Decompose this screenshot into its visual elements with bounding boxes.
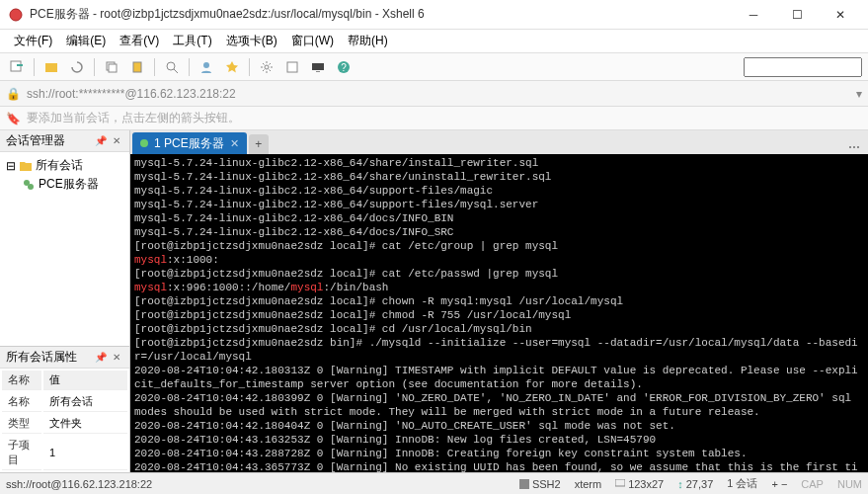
maximize-button[interactable]: ☐	[777, 3, 817, 27]
table-row: 名称值	[2, 370, 127, 390]
cursor-icon: ↕	[677, 478, 683, 490]
bookmark-icon[interactable]: 🔖	[6, 112, 21, 125]
plus-icon[interactable]: +	[771, 478, 777, 490]
collapse-icon[interactable]: ⊟	[6, 159, 16, 173]
minus-icon[interactable]: −	[781, 478, 787, 490]
svg-point-17	[28, 184, 34, 190]
close-button[interactable]: ✕	[821, 3, 860, 27]
separator	[154, 58, 155, 76]
lock-icon: 🔒	[6, 87, 21, 101]
status-ssh: SSH2	[532, 478, 561, 490]
tree-session-item[interactable]: PCE服务器	[4, 175, 125, 194]
size-icon	[615, 479, 625, 489]
menu-item[interactable]: 窗口(W)	[285, 31, 340, 51]
terminal-line: 2020-08-24T10:04:42.180399Z 0 [Warning] …	[134, 391, 864, 419]
app-icon	[8, 7, 24, 23]
properties-header: 所有会话属性 📌 ✕	[0, 347, 129, 369]
terminal-line: mysql:x:1000:	[134, 253, 864, 267]
ssh-icon	[519, 479, 529, 489]
menu-item[interactable]: 选项卡(B)	[220, 31, 283, 51]
status-dot-icon	[140, 139, 148, 147]
address-text[interactable]: ssh://root:**********@116.62.123.218:22	[27, 87, 850, 101]
new-session-icon[interactable]	[6, 56, 28, 78]
terminal-line: 2020-08-24T10:04:43.288728Z 0 [Warning] …	[134, 447, 864, 460]
pin-icon[interactable]: 📌	[94, 134, 108, 148]
prop-key: 子项目	[2, 436, 41, 470]
status-sessions: 1 会话	[727, 476, 757, 491]
terminal-line: [root@izbp1jctzsdjxmu0nae2sdz local]# ca…	[134, 267, 864, 281]
close-panel-icon[interactable]: ✕	[110, 351, 123, 365]
help-icon[interactable]: ?	[333, 56, 355, 78]
menu-item[interactable]: 编辑(E)	[60, 31, 112, 51]
tab-bar: 1 PCE服务器 ✕ + ⋯	[130, 130, 868, 154]
svg-rect-18	[519, 479, 529, 489]
properties-table: 名称值名称所有会话类型文件夹子项目1	[0, 369, 129, 472]
prop-value: 1	[43, 436, 127, 470]
tab-menu-icon[interactable]: ⋯	[840, 140, 868, 154]
address-bar: 🔒 ssh://root:**********@116.62.123.218:2…	[0, 81, 868, 107]
sidebar: 会话管理器 📌 ✕ ⊟ 所有会话 PCE服务器 所有会话属性 📌 ✕	[0, 130, 130, 472]
menu-item[interactable]: 帮助(H)	[342, 31, 394, 51]
terminal-line: mysql:x:996:1000::/home/mysql:/bin/bash	[134, 281, 864, 294]
prop-key: 名称	[2, 370, 41, 390]
status-address: ssh://root@116.62.123.218:22	[6, 478, 506, 490]
terminal-line: [root@izbp1jctzsdjxmu0nae2sdz local]# cd…	[134, 322, 864, 336]
paste-icon[interactable]	[126, 56, 148, 78]
terminal-line: mysql-5.7.24-linux-glibc2.12-x86_64/docs…	[134, 225, 864, 239]
copy-icon[interactable]	[101, 56, 122, 78]
folder-icon	[19, 159, 33, 173]
reconnect-icon[interactable]	[66, 56, 88, 78]
find-icon[interactable]	[161, 56, 183, 78]
svg-point-0	[10, 9, 22, 21]
session-icon	[22, 178, 36, 192]
table-row: 子项目1	[2, 436, 127, 470]
search-input[interactable]	[744, 57, 862, 77]
add-tab-button[interactable]: +	[249, 134, 269, 154]
svg-rect-2	[17, 64, 23, 66]
title-bar: PCE服务器 - root@izbp1jctzsdjxmu0nae2sdz:/u…	[0, 0, 868, 30]
tree-root-label: 所有会话	[36, 157, 83, 174]
terminal-line: 2020-08-24T10:04:42.180313Z 0 [Warning] …	[134, 364, 864, 391]
menu-item[interactable]: 文件(F)	[8, 31, 58, 51]
svg-rect-11	[287, 62, 297, 72]
script-icon[interactable]	[281, 56, 303, 78]
hint-text: 要添加当前会话，点击左侧的箭头按钮。	[27, 110, 240, 126]
star-icon[interactable]	[221, 56, 243, 78]
prop-value: 文件夹	[43, 414, 127, 434]
settings-icon[interactable]	[256, 56, 277, 78]
menu-bar: 文件(F)编辑(E)查看(V)工具(T)选项卡(B)窗口(W)帮助(H)	[0, 30, 868, 53]
svg-rect-12	[312, 63, 324, 70]
menu-item[interactable]: 工具(T)	[167, 31, 217, 51]
pin-icon[interactable]: 📌	[94, 351, 108, 365]
prop-value: 所有会话	[43, 392, 127, 412]
status-size: 123x27	[628, 478, 664, 490]
status-num: NUM	[837, 478, 862, 490]
tab-label: 1 PCE服务器	[154, 135, 224, 152]
terminal-line: mysql-5.7.24-linux-glibc2.12-x86_64/shar…	[134, 170, 864, 184]
menu-item[interactable]: 查看(V)	[114, 31, 165, 51]
profile-icon[interactable]	[196, 56, 217, 78]
terminal[interactable]: mysql-5.7.24-linux-glibc2.12-x86_64/shar…	[130, 154, 868, 472]
tree-root[interactable]: ⊟ 所有会话	[4, 156, 125, 175]
status-cap: CAP	[801, 478, 824, 490]
tree-session-label: PCE服务器	[39, 176, 99, 193]
open-icon[interactable]	[40, 56, 62, 78]
status-term: xterm	[575, 478, 602, 490]
dropdown-icon[interactable]: ▾	[856, 87, 862, 101]
tab-session[interactable]: 1 PCE服务器 ✕	[132, 132, 247, 154]
monitor-icon[interactable]	[307, 56, 329, 78]
window-title: PCE服务器 - root@izbp1jctzsdjxmu0nae2sdz:/u…	[30, 6, 734, 23]
prop-key: 名称	[2, 392, 41, 412]
separator	[249, 58, 250, 76]
terminal-line: [root@izbp1jctzsdjxmu0nae2sdz local]# ch…	[134, 294, 864, 308]
terminal-line: mysql-5.7.24-linux-glibc2.12-x86_64/supp…	[134, 198, 864, 211]
prop-value: 值	[43, 370, 127, 390]
toolbar: ?	[0, 53, 868, 81]
tab-close-icon[interactable]: ✕	[230, 137, 239, 150]
terminal-line: mysql-5.7.24-linux-glibc2.12-x86_64/shar…	[134, 156, 864, 170]
svg-rect-5	[109, 64, 117, 72]
minimize-button[interactable]: ─	[734, 3, 773, 27]
properties-title: 所有会话属性	[6, 349, 77, 366]
close-panel-icon[interactable]: ✕	[110, 134, 123, 148]
terminal-line: mysql-5.7.24-linux-glibc2.12-x86_64/docs…	[134, 211, 864, 225]
